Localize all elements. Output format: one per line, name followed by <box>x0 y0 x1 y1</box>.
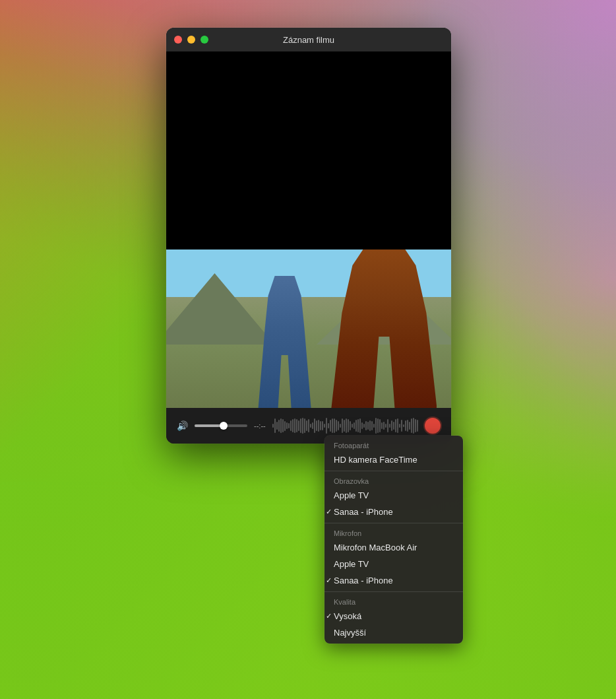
volume-slider[interactable] <box>195 424 247 427</box>
person-right <box>331 250 437 408</box>
dropdown-menu: Fotoaparát✓HD kamera FaceTimeObrazovka✓A… <box>324 436 463 644</box>
record-button[interactable] <box>425 418 441 434</box>
volume-icon: 🔊 <box>177 420 188 431</box>
menu-item-label-1-0: Apple TV <box>334 490 369 500</box>
video-scene <box>166 250 451 408</box>
menu-item-3-1[interactable]: ✓Najvyšší <box>324 624 463 641</box>
menu-section-header-1: Obrazovka <box>324 474 463 487</box>
menu-section-header-3: Kvalita <box>324 595 463 608</box>
menu-item-2-0[interactable]: ✓Mikrofon MacBook Air <box>324 539 463 556</box>
window-title: Záznam filmu <box>283 35 334 45</box>
time-display: --:-- <box>254 422 266 430</box>
menu-section-header-0: Fotoaparát <box>324 438 463 451</box>
menu-item-label-1-1: Sanaa - iPhone <box>334 507 393 517</box>
menu-section-header-2: Mikrofon <box>324 526 463 539</box>
titlebar: Záznam filmu <box>166 28 451 51</box>
menu-item-label-2-1: Apple TV <box>334 559 369 569</box>
menu-item-1-1[interactable]: ✓Sanaa - iPhone <box>324 504 463 520</box>
menu-section-2: Mikrofon✓Mikrofon MacBook Air✓Apple TV✓S… <box>324 523 463 591</box>
traffic-lights <box>174 36 208 44</box>
waveform <box>272 416 418 436</box>
main-window: Záznam filmu 🔊 --:-- <box>166 28 451 444</box>
menu-item-2-1[interactable]: ✓Apple TV <box>324 556 463 572</box>
menu-item-1-0[interactable]: ✓Apple TV <box>324 487 463 504</box>
menu-item-3-0[interactable]: ✓Vysoká <box>324 608 463 624</box>
close-button[interactable] <box>174 36 182 44</box>
minimize-button[interactable] <box>187 36 195 44</box>
menu-item-label-3-1: Najvyšší <box>334 628 366 638</box>
video-preview-black <box>166 51 451 250</box>
menu-item-label-3-0: Vysoká <box>334 611 361 621</box>
menu-item-label-0-0: HD kamera FaceTime <box>334 455 417 465</box>
menu-item-label-2-0: Mikrofon MacBook Air <box>334 543 417 552</box>
menu-section-1: Obrazovka✓Apple TV✓Sanaa - iPhone <box>324 471 463 523</box>
video-preview-scene <box>166 250 451 408</box>
menu-item-label-2-2: Sanaa - iPhone <box>334 576 393 585</box>
volume-slider-thumb <box>220 422 228 430</box>
menu-item-2-2[interactable]: ✓Sanaa - iPhone <box>324 572 463 589</box>
menu-item-0-0[interactable]: ✓HD kamera FaceTime <box>324 451 463 468</box>
menu-section-0: Fotoaparát✓HD kamera FaceTime <box>324 436 463 471</box>
maximize-button[interactable] <box>200 36 208 44</box>
menu-section-3: Kvalita✓Vysoká✓Najvyšší <box>324 591 463 644</box>
